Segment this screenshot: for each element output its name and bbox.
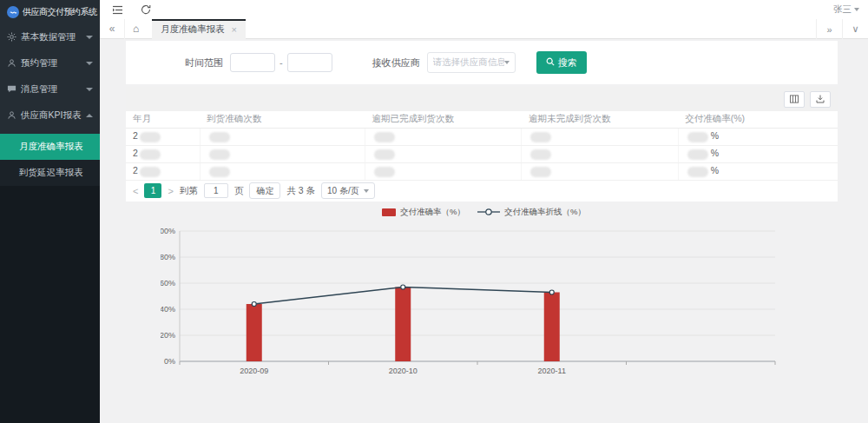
goto-page-input[interactable] <box>204 183 228 198</box>
table-header-row: 年月到货准确次数逾期已完成到货次数逾期未完成到货次数交付准确率(%) <box>126 111 838 128</box>
table-row: 2 % <box>126 128 838 145</box>
export-icon <box>816 95 825 103</box>
chevron-down-icon <box>504 61 510 64</box>
tabbar: « ⌂ 月度准确率报表 × » ∨ <box>100 19 868 39</box>
search-button[interactable]: 搜索 <box>536 51 587 74</box>
svg-text:40%: 40% <box>161 305 175 314</box>
redacted-value <box>140 167 161 177</box>
svg-text:100%: 100% <box>161 227 175 235</box>
main-area: 张三 « ⌂ 月度准确率报表 × » ∨ 时间范围 - 接收供应商 请选择供应商… <box>100 0 868 423</box>
svg-text:2020-11: 2020-11 <box>538 367 566 375</box>
svg-text:0%: 0% <box>164 357 175 366</box>
supplier-select[interactable]: 请选择供应商信息 <box>427 52 516 73</box>
supplier-label: 接收供应商 <box>372 56 420 69</box>
tab-monthly-accuracy[interactable]: 月度准确率报表 × <box>152 19 246 39</box>
export-button[interactable] <box>810 91 831 108</box>
svg-text:80%: 80% <box>161 253 175 261</box>
app-title: 供应商交付预约系统 <box>23 6 97 18</box>
accuracy-chart: 0%20%40%60%80%100%2020-092020-102020-11 <box>161 224 781 379</box>
kpi-table: 年月到货准确次数逾期已完成到货次数逾期未完成到货次数交付准确率(%) 2 %2 … <box>126 111 838 181</box>
sidebar-item-label: 基本数据管理 <box>21 31 82 43</box>
redacted-value <box>140 149 161 160</box>
table-cell <box>365 145 522 162</box>
table-cell: % <box>678 145 838 162</box>
close-icon[interactable]: × <box>232 24 237 35</box>
content: 时间范围 - 接收供应商 请选择供应商信息 搜索 <box>100 39 868 423</box>
goto-label: 到第 <box>180 185 198 197</box>
column-header: 到货准确次数 <box>200 111 365 128</box>
column-header: 逾期未完成到货次数 <box>522 111 678 128</box>
table-cell: 2 <box>126 128 200 145</box>
redacted-value <box>209 167 230 177</box>
search-panel: 时间范围 - 接收供应商 请选择供应商信息 搜索 <box>126 41 838 84</box>
chevron-down-icon <box>86 88 93 91</box>
sidebar-item-messages[interactable]: 消息管理 <box>0 76 100 102</box>
sidebar-filler <box>0 186 100 423</box>
redacted-value <box>687 167 708 177</box>
sidebar-item-kpi-reports[interactable]: 供应商KPI报表 <box>0 102 100 129</box>
redacted-value <box>209 132 230 142</box>
column-header: 年月 <box>126 111 200 128</box>
tabs-back-icon[interactable]: « <box>100 19 124 39</box>
sidebar-item-label: 消息管理 <box>21 83 82 96</box>
prev-page-icon[interactable]: < <box>133 186 138 196</box>
redacted-value <box>530 167 551 177</box>
sidebar-item-label: 预约管理 <box>21 57 82 69</box>
tabs-forward-icon[interactable]: » <box>816 19 842 39</box>
page-unit-label: 页 <box>234 185 244 197</box>
table-row: 2 % <box>126 145 838 162</box>
message-icon <box>7 84 16 96</box>
refresh-icon[interactable] <box>141 4 151 15</box>
page-size-select[interactable]: 10 条/页 <box>321 182 375 199</box>
time-end-input[interactable] <box>287 53 332 72</box>
redacted-value <box>530 132 551 142</box>
collapse-sidebar-icon[interactable] <box>112 5 123 15</box>
table-cell <box>522 145 678 162</box>
page-number-button[interactable]: 1 <box>144 183 161 198</box>
user-name: 张三 <box>833 3 852 16</box>
sidebar-subitem-delivery-delay[interactable]: 到货延迟率报表 <box>0 160 100 186</box>
total-count-label: 共 3 条 <box>286 185 315 197</box>
legend-line-marker <box>477 208 500 218</box>
sidebar-item-label: 供应商KPI报表 <box>21 109 82 122</box>
user-icon <box>7 110 16 122</box>
time-range-label: 时间范围 <box>185 56 223 69</box>
svg-text:2020-09: 2020-09 <box>240 367 268 375</box>
svg-text:20%: 20% <box>161 331 175 340</box>
next-page-icon[interactable]: > <box>168 186 173 196</box>
sidebar-subitem-label: 月度准确率报表 <box>19 141 83 153</box>
legend-item-bar[interactable]: 交付准确率（%） <box>382 207 465 218</box>
topbar: 张三 <box>100 0 868 19</box>
legend-bar-label: 交付准确率（%） <box>400 207 465 218</box>
table-cell <box>365 128 522 145</box>
home-icon[interactable]: ⌂ <box>124 19 147 39</box>
sidebar-subitem-label: 到货延迟率报表 <box>19 167 83 179</box>
redacted-value <box>687 149 708 160</box>
sidebar-item-reservation[interactable]: 预约管理 <box>0 50 100 76</box>
app-logo: 供应商交付预约系统 <box>0 0 100 24</box>
time-start-input[interactable] <box>230 53 275 72</box>
table-cell <box>200 128 365 145</box>
redacted-value <box>374 167 395 177</box>
tabs-collapse-icon[interactable]: ∨ <box>842 19 868 39</box>
supplier-select-placeholder: 请选择供应商信息 <box>433 56 504 69</box>
user-menu[interactable]: 张三 <box>833 0 859 19</box>
goto-confirm-button[interactable]: 确定 <box>249 182 280 199</box>
range-separator: - <box>279 57 283 68</box>
redacted-value <box>209 149 230 160</box>
table-body: 2 %2 %2 % <box>126 128 838 180</box>
sidebar-subitem-monthly-accuracy[interactable]: 月度准确率报表 <box>0 134 100 160</box>
sidebar: 供应商交付预约系统 基本数据管理 预约管理 消息管理 <box>0 0 100 423</box>
user-icon <box>7 58 16 69</box>
sidebar-item-basic-data[interactable]: 基本数据管理 <box>0 24 100 50</box>
chevron-up-icon <box>86 114 93 117</box>
svg-text:60%: 60% <box>161 279 175 288</box>
column-settings-button[interactable] <box>784 91 805 108</box>
svg-text:2020-10: 2020-10 <box>389 367 418 375</box>
chevron-down-icon <box>364 189 369 193</box>
legend-item-line[interactable]: 交付准确率折线（%） <box>477 207 586 218</box>
page-size-value: 10 条/页 <box>327 185 359 197</box>
column-header: 交付准确率(%) <box>678 111 838 128</box>
table-cell: 2 <box>126 162 200 180</box>
search-button-label: 搜索 <box>558 56 577 69</box>
